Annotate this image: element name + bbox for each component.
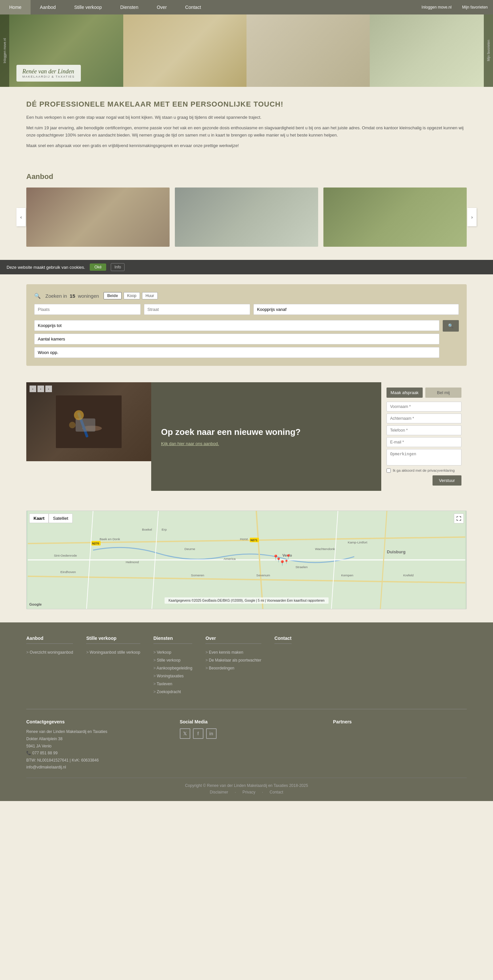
- search-koopprijs-vanaf-select[interactable]: Koopprijs vanaf: [254, 304, 459, 315]
- footer-col-aanbod: Aanbod Overzicht woningaanbod: [26, 636, 73, 696]
- cta-pen-image: [56, 395, 122, 448]
- svg-point-5: [69, 422, 76, 428]
- aanbod-card-3[interactable]: [323, 188, 467, 247]
- footer-link-stille-verkoop[interactable]: Stille verkoop: [154, 656, 192, 664]
- intro-para2: Met ruim 19 jaar ervaring, alle benodigd…: [26, 124, 467, 139]
- cta-image-icon-1[interactable]: ▪: [30, 385, 36, 392]
- footer-link-contact[interactable]: Contact: [269, 790, 283, 794]
- cta-link[interactable]: Kijk dan hier naar ons aanbod.: [161, 441, 371, 446]
- cta-form-box: Maak afspraak Bel mij Ik ga akkoord met …: [381, 382, 467, 491]
- search-tag-koop[interactable]: Koop: [124, 292, 140, 299]
- footer-link-zoekopdracht[interactable]: Zoekopdracht: [154, 688, 192, 696]
- nav-favorites[interactable]: Mijn favorieten: [457, 0, 493, 14]
- footer-partners: Partners: [333, 719, 467, 771]
- social-linkedin-icon[interactable]: in: [206, 728, 217, 739]
- aanbod-next-button[interactable]: ›: [468, 208, 477, 226]
- cta-tab-bel[interactable]: Bel mij: [425, 388, 461, 398]
- cta-telefoon-input[interactable]: [387, 425, 461, 435]
- favorites-vertical[interactable]: Mijn favorieten: [487, 40, 490, 61]
- svg-text:America: America: [224, 557, 236, 560]
- cta-privacy-check: Ik ga akkoord met de privacyverklaring: [387, 468, 461, 473]
- footer-col-stille-verkoop: Stille verkoop Woningaanbod stille verko…: [86, 636, 140, 696]
- nav-over[interactable]: Over: [147, 0, 176, 14]
- map-expand-btn[interactable]: [454, 514, 464, 523]
- search-koopprijs-tot-select[interactable]: Koopprijs tot: [34, 320, 439, 331]
- hero-sidebar-left: Inloggen move.nl: [0, 14, 9, 87]
- footer-contact-phone: 📞 077 851 88 99: [26, 750, 160, 757]
- nav-home[interactable]: Home: [0, 0, 30, 14]
- footer-col-stille-heading: Stille verkoop: [86, 636, 140, 644]
- footer-partners-heading: Partners: [333, 719, 467, 724]
- nav-aanbod[interactable]: Aanbod: [30, 0, 65, 14]
- footer-link-beoordelingen[interactable]: Beoordelingen: [205, 664, 261, 672]
- footer-link-overzicht[interactable]: Overzicht woningaanbod: [26, 648, 73, 656]
- svg-text:📍: 📍: [276, 557, 282, 563]
- cta-privacy-checkbox[interactable]: [387, 468, 391, 473]
- footer-link-disclaimer[interactable]: Disclaimer: [210, 790, 228, 794]
- svg-text:Horst: Horst: [240, 538, 248, 541]
- search-tag-beide[interactable]: Beide: [103, 292, 122, 299]
- search-tag-huur[interactable]: Huur: [142, 292, 158, 299]
- footer-link-taxleven[interactable]: Taxleven: [154, 680, 192, 688]
- svg-text:Helmond: Helmond: [125, 560, 139, 564]
- cta-achternaam-input[interactable]: [387, 414, 461, 423]
- nav-contact[interactable]: Contact: [176, 0, 210, 14]
- svg-text:N271: N271: [250, 539, 257, 542]
- search-section: 🔍 Zoeken in 15 woningen Beide Koop Huur …: [0, 274, 493, 376]
- nav-stille-verkoop[interactable]: Stille verkoop: [65, 0, 111, 14]
- nav-login[interactable]: Inloggen move.nl: [417, 0, 457, 14]
- aanbod-section: Aanbod ‹ ›: [0, 166, 493, 260]
- footer-col-contact-heading: Contact: [274, 636, 292, 644]
- aanbod-card-2[interactable]: [175, 188, 318, 247]
- cta-voornaam-input[interactable]: [387, 402, 461, 412]
- nav-diensten[interactable]: Diensten: [111, 0, 147, 14]
- cta-email-input[interactable]: [387, 437, 461, 447]
- footer-link-woningaanbod-stille[interactable]: Woningaanbod stille verkoop: [86, 648, 140, 656]
- cta-image-icon-2[interactable]: ▪: [38, 385, 44, 392]
- svg-text:Erp: Erp: [162, 528, 167, 531]
- expand-icon: [457, 516, 461, 521]
- aanbod-prev-button[interactable]: ‹: [16, 208, 25, 226]
- svg-text:Baek en Donk: Baek en Donk: [100, 538, 120, 541]
- aanbod-heading: Aanbod: [26, 172, 467, 181]
- cta-image-icon-3[interactable]: ▪: [45, 385, 52, 392]
- search-woon-opp-select[interactable]: Woon opp.: [34, 347, 439, 358]
- cta-tab-afspraak[interactable]: Maak afspraak: [387, 388, 423, 398]
- footer-link-poortwachter[interactable]: De Makelaar als poortwachter: [205, 656, 261, 664]
- cookie-ok-button[interactable]: Oké: [90, 264, 106, 271]
- cookie-info-button[interactable]: Info: [111, 263, 125, 271]
- map-kaart-btn[interactable]: Kaart: [29, 514, 49, 523]
- footer: Aanbod Overzicht woningaanbod Stille ver…: [0, 622, 493, 801]
- search-submit-button[interactable]: 🔍: [443, 320, 459, 332]
- search-straat-input[interactable]: [144, 304, 250, 315]
- social-icons: 𝕏 f in: [180, 728, 314, 739]
- footer-link-woningtaxaties[interactable]: Woningtaxaties: [154, 672, 192, 680]
- cta-opmerkingen-input[interactable]: [387, 449, 461, 466]
- cta-submit-button[interactable]: Verstuur: [433, 476, 461, 485]
- cta-section: ▪ ▪ ▪ Op zoek naar een nieuwe woning? Ki…: [0, 376, 493, 504]
- footer-social: Social Media 𝕏 f in: [180, 719, 314, 771]
- footer-contact-btw: BTW: NL001841527641 | KvK: 60633846: [26, 757, 160, 764]
- social-x-icon[interactable]: 𝕏: [180, 728, 190, 739]
- hero-sidebar-right: Mijn favorieten: [484, 14, 493, 87]
- footer-col-diensten: Diensten Verkoop Stille verkoop Aankoopb…: [154, 636, 192, 696]
- footer-link-verkoop[interactable]: Verkoop: [154, 648, 192, 656]
- footer-link-kennis[interactable]: Even kennis maken: [205, 648, 261, 656]
- login-vertical[interactable]: Inloggen move.nl: [3, 38, 6, 63]
- search-title: Zoeken in 15 woningen: [45, 293, 99, 299]
- footer-link-aankoopbegeleiding[interactable]: Aankoopbegeleiding: [154, 664, 192, 672]
- svg-text:Sevenum: Sevenum: [256, 573, 270, 577]
- map-svg: Sint-Oedenrode Baek en Donk Eindhoven He…: [27, 511, 466, 609]
- social-facebook-icon[interactable]: f: [193, 728, 203, 739]
- footer-copyright: Copyright © Renee van der Linden Makelaa…: [26, 778, 467, 794]
- svg-text:Kamp-Lintfort: Kamp-Lintfort: [348, 541, 368, 544]
- cta-privacy-label: Ik ga akkoord met de privacyverklaring: [393, 468, 455, 473]
- aanbod-card-1[interactable]: [26, 188, 170, 247]
- logo-box: Renée van der Linden MAKELAARDIJ & TAXAT…: [16, 65, 81, 81]
- map-satelliet-btn[interactable]: Satelliet: [49, 514, 72, 523]
- footer-contact-heading: Contactgegevens: [26, 719, 160, 724]
- search-plaats-input[interactable]: [34, 304, 141, 315]
- search-aantal-kamers-select[interactable]: Aantal kamers: [34, 334, 439, 344]
- footer-link-privacy[interactable]: Privacy: [243, 790, 255, 794]
- logo-name: Renée van der Linden: [22, 68, 75, 75]
